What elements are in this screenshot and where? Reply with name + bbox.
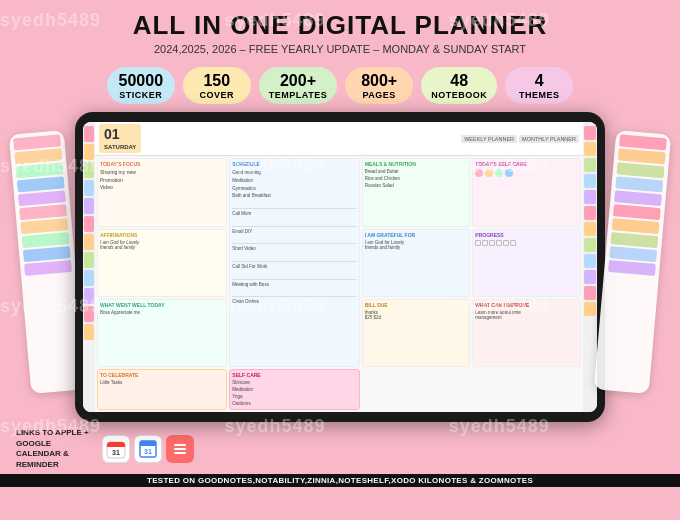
calendar-link-text: LINKS TO APPLE + GOOGLE CALENDAR & REMIN… bbox=[16, 428, 96, 470]
svg-rect-9 bbox=[174, 448, 186, 450]
cell-went-well: WHAT WENT WELL TODAY Boss Appreciate me bbox=[97, 299, 227, 367]
tablet-device: 01 SATURDAY WEEKLY PLANNER MONTHLY PLANN… bbox=[75, 112, 605, 422]
svg-text:31: 31 bbox=[144, 448, 152, 455]
header: ALL IN ONE DIGITAL PLANNER 2024,2025, 20… bbox=[0, 0, 680, 59]
svg-rect-8 bbox=[174, 444, 186, 446]
stat-themes: 4 THEMES bbox=[505, 67, 573, 104]
stat-cover: 150 COVER bbox=[183, 67, 251, 104]
cell-progress: PROGRESS bbox=[472, 229, 581, 297]
stat-sticker: 50000 STICKER bbox=[107, 67, 175, 104]
side-planner-right bbox=[594, 130, 671, 394]
cell-grateful: I AM GRATEFUL FOR I am God for Lovelyfri… bbox=[362, 229, 471, 297]
cell-schedule: SCHEDULE Good morningMeditationGymnastic… bbox=[229, 158, 359, 367]
planner-tabs-left bbox=[83, 122, 95, 412]
bottom-left: LINKS TO APPLE + GOOGLE CALENDAR & REMIN… bbox=[16, 428, 194, 470]
cell-selfcare2: SELF CARE SkincareMeditationYogaOutdoors bbox=[229, 369, 359, 410]
tablet-wrapper: 01 SATURDAY WEEKLY PLANNER MONTHLY PLANN… bbox=[0, 112, 680, 422]
cell-improve: WHAT CAN I IMPROVE Learn more about time… bbox=[472, 299, 581, 367]
planner-header: 01 SATURDAY WEEKLY PLANNER MONTHLY PLANN… bbox=[95, 122, 583, 156]
footer-text: TESTED ON GOODNOTES,NOTABILITY,ZINNIA,NO… bbox=[10, 476, 670, 485]
footer-bar: TESTED ON GOODNOTES,NOTABILITY,ZINNIA,NO… bbox=[0, 474, 680, 487]
planner-nav: WEEKLY PLANNER MONTHLY PLANNER bbox=[145, 135, 579, 143]
svg-text:31: 31 bbox=[112, 449, 120, 456]
stat-notebook: 48 NOTEBOOK bbox=[421, 67, 497, 104]
planner-content: 01 SATURDAY WEEKLY PLANNER MONTHLY PLANN… bbox=[95, 122, 583, 412]
tablet-screen: 01 SATURDAY WEEKLY PLANNER MONTHLY PLANN… bbox=[83, 122, 597, 412]
bottom-section: LINKS TO APPLE + GOOGLE CALENDAR & REMIN… bbox=[0, 424, 680, 474]
cell-selfcare: TODAY'S SELF CARE bbox=[472, 158, 581, 226]
google-calendar-icon: 31 bbox=[134, 435, 162, 463]
apple-calendar-icon: 31 bbox=[102, 435, 130, 463]
svg-rect-6 bbox=[140, 444, 156, 446]
subtitle: 2024,2025, 2026 – FREE YEARLY UPDATE – M… bbox=[20, 43, 660, 55]
stats-row: 50000 STICKER 150 COVER 200+ TEMPLATES 8… bbox=[0, 67, 680, 104]
svg-rect-2 bbox=[107, 445, 125, 447]
stat-templates: 200+ TEMPLATES bbox=[259, 67, 337, 104]
cell-focus: TODAY'S FOCUS Sharing my newPromotionVid… bbox=[97, 158, 227, 226]
planner-date: 01 SATURDAY bbox=[99, 124, 141, 153]
cell-celebrate: TO CELEBRATE Little Tasks bbox=[97, 369, 227, 410]
page-title: ALL IN ONE DIGITAL PLANNER bbox=[20, 10, 660, 41]
reminder-icon bbox=[166, 435, 194, 463]
cell-bill: BILL DUE thanks$25 $2d bbox=[362, 299, 471, 367]
svg-rect-10 bbox=[174, 452, 186, 454]
cell-affirmations: AFFIRMATIONS I am God for Lovelyfriends … bbox=[97, 229, 227, 297]
stat-pages: 800+ PAGES bbox=[345, 67, 413, 104]
cell-meals: MEALS & NUTRITION Bread and ButterRice a… bbox=[362, 158, 471, 226]
